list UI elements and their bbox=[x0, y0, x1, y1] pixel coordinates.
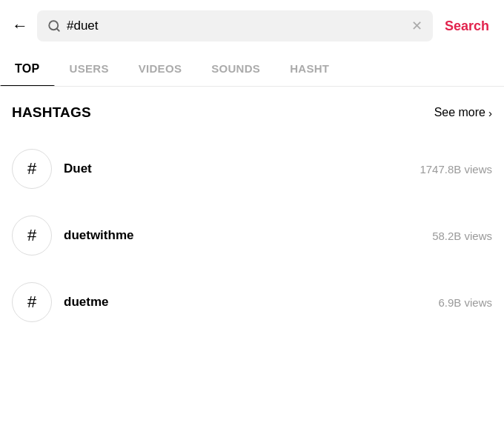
hashtag-info: duetme bbox=[64, 295, 438, 310]
hashtag-item[interactable]: # duetme 6.9B views bbox=[12, 269, 492, 335]
back-arrow-icon: ← bbox=[12, 18, 28, 34]
hashtag-list: # Duet 1747.8B views # duetwithme 58.2B … bbox=[12, 136, 492, 335]
hashtag-info: Duet bbox=[64, 161, 420, 176]
hashtag-name: Duet bbox=[64, 161, 420, 176]
see-more-label: See more bbox=[434, 106, 485, 119]
hashtag-icon-circle: # bbox=[12, 216, 52, 256]
tab-videos[interactable]: VIDEOS bbox=[124, 52, 196, 86]
search-input[interactable] bbox=[67, 19, 405, 33]
search-bar: ✕ bbox=[37, 10, 433, 41]
tab-sounds[interactable]: SOUNDS bbox=[196, 52, 275, 86]
clear-button[interactable]: ✕ bbox=[411, 18, 422, 34]
header: ← ✕ Search bbox=[0, 0, 504, 52]
hashtag-symbol-icon: # bbox=[27, 159, 36, 178]
main-content: HASHTAGS See more › # Duet 1747.8B views… bbox=[0, 87, 504, 335]
hashtag-views: 58.2B views bbox=[432, 230, 492, 242]
tabs-bar: TOP USERS VIDEOS SOUNDS HASHT bbox=[0, 52, 504, 87]
hashtags-section-header: HASHTAGS See more › bbox=[12, 104, 492, 121]
see-more-button[interactable]: See more › bbox=[434, 106, 492, 119]
hashtag-item[interactable]: # Duet 1747.8B views bbox=[12, 136, 492, 202]
hashtag-icon-circle: # bbox=[12, 149, 52, 189]
hashtag-views: 1747.8B views bbox=[420, 163, 492, 176]
hashtag-symbol-icon: # bbox=[27, 226, 36, 245]
tab-hashtags[interactable]: HASHT bbox=[275, 52, 344, 86]
tab-users[interactable]: USERS bbox=[55, 52, 124, 86]
hashtag-name: duetme bbox=[64, 295, 438, 310]
svg-line-1 bbox=[56, 28, 59, 30]
chevron-right-icon: › bbox=[488, 107, 492, 119]
hashtag-icon-circle: # bbox=[12, 282, 52, 322]
tab-top[interactable]: TOP bbox=[0, 52, 55, 86]
hashtags-title: HASHTAGS bbox=[12, 104, 91, 121]
search-icon bbox=[47, 19, 61, 33]
hashtag-info: duetwithme bbox=[64, 228, 432, 243]
hashtag-symbol-icon: # bbox=[27, 293, 36, 312]
clear-icon: ✕ bbox=[411, 18, 422, 34]
hashtag-views: 6.9B views bbox=[438, 296, 492, 309]
back-button[interactable]: ← bbox=[12, 18, 28, 34]
search-submit-button[interactable]: Search bbox=[442, 19, 492, 34]
hashtag-name: duetwithme bbox=[64, 228, 432, 243]
hashtag-item[interactable]: # duetwithme 58.2B views bbox=[12, 202, 492, 269]
